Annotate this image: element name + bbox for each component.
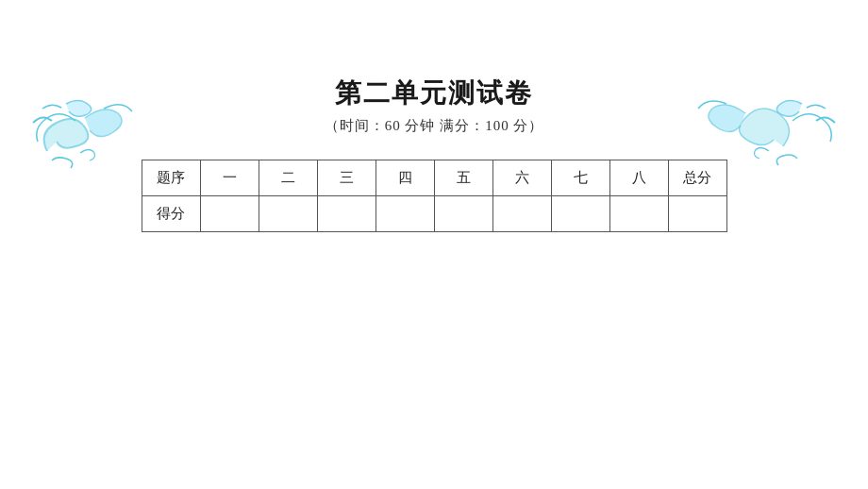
score-8 [609, 196, 668, 232]
table-row-header: 题序 一 二 三 四 五 六 七 八 总分 [142, 160, 726, 196]
score-6 [492, 196, 551, 232]
col-2: 二 [259, 160, 317, 196]
main-title: 第二单元测试卷 [325, 76, 544, 111]
col-7: 七 [551, 160, 609, 196]
col-1: 一 [200, 160, 259, 196]
score-7 [551, 196, 609, 232]
page-container: 第二单元测试卷 （时间：60 分钟 满分：100 分） 题序 一 二 三 四 五… [0, 0, 868, 489]
row1-label: 题序 [142, 160, 200, 196]
table-section: 题序 一 二 三 四 五 六 七 八 总分 得分 [142, 160, 727, 232]
subtitle: （时间：60 分钟 满分：100 分） [325, 117, 544, 135]
col-8: 八 [609, 160, 668, 196]
col-5: 五 [434, 160, 492, 196]
col-3: 三 [317, 160, 376, 196]
deco-top-left [28, 94, 142, 179]
score-5 [434, 196, 492, 232]
score-3 [317, 196, 376, 232]
title-section: 第二单元测试卷 （时间：60 分钟 满分：100 分） [325, 76, 544, 135]
deco-top-right [689, 94, 840, 179]
score-1 [200, 196, 259, 232]
row2-label: 得分 [142, 196, 200, 232]
score-4 [376, 196, 434, 232]
score-table: 题序 一 二 三 四 五 六 七 八 总分 得分 [142, 160, 727, 232]
col-4: 四 [376, 160, 434, 196]
score-total [668, 196, 726, 232]
table-row-scores: 得分 [142, 196, 726, 232]
col-6: 六 [492, 160, 551, 196]
score-2 [259, 196, 317, 232]
